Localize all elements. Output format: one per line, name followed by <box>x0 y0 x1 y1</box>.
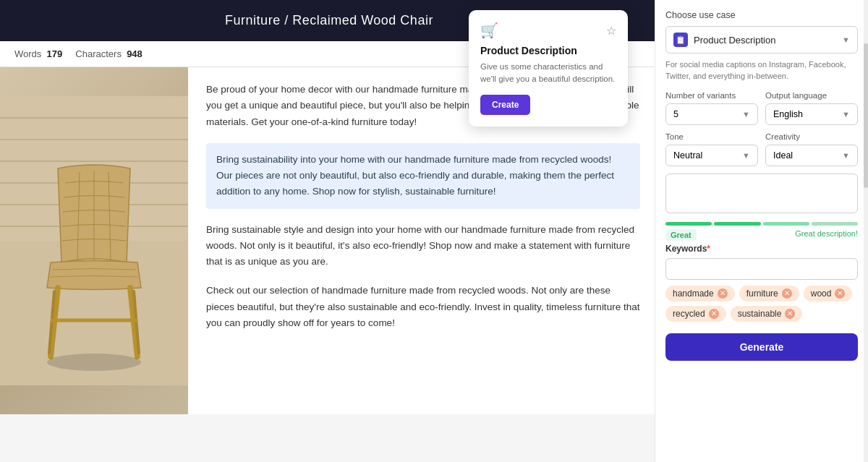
words-value: 179 <box>47 48 63 59</box>
use-case-select[interactable]: 📋 Product Description ▼ <box>665 26 858 54</box>
tone-select[interactable]: Neutral ▼ <box>665 145 758 166</box>
language-value: English <box>773 109 803 119</box>
variants-value: 5 <box>673 109 678 119</box>
tooltip-popup: 🛒 ☆ Product Description Give us some cha… <box>469 10 628 127</box>
tag-handmade-remove[interactable]: ✕ <box>718 288 728 299</box>
score-labels: Great Great description! <box>665 229 858 241</box>
tag-wood-remove[interactable]: ✕ <box>835 288 845 299</box>
language-chevron-icon: ▼ <box>842 110 850 119</box>
tag-wood-label: wood <box>811 288 832 299</box>
tag-handmade: handmade ✕ <box>665 286 735 301</box>
scrollbar-track <box>864 0 868 462</box>
creativity-label: Creativity <box>765 132 858 141</box>
generate-button[interactable]: Generate <box>665 333 858 361</box>
product-title: Furniture / Reclaimed Wood Chair <box>225 13 433 27</box>
tooltip-header: 🛒 ☆ <box>480 22 616 39</box>
score-segment-1 <box>665 222 712 226</box>
variants-chevron-icon: ▼ <box>742 110 750 119</box>
score-great-label: Great <box>665 229 697 241</box>
score-segment-2 <box>714 222 760 226</box>
tag-furniture-label: furniture <box>746 288 778 299</box>
score-bar <box>665 222 858 226</box>
tag-wood: wood ✕ <box>804 286 853 301</box>
variants-label: Number of variants <box>665 91 758 100</box>
creativity-select[interactable]: Ideal ▼ <box>765 145 858 166</box>
tag-furniture-remove[interactable]: ✕ <box>782 288 792 299</box>
use-case-section-title: Choose use case <box>665 10 858 20</box>
keywords-label: Keywords* <box>665 244 858 254</box>
tag-sustainable-label: sustainable <box>738 309 782 319</box>
keywords-required-marker: * <box>707 244 710 254</box>
star-icon: ☆ <box>606 24 616 38</box>
chevron-down-icon: ▼ <box>842 35 850 44</box>
score-segment-3 <box>763 222 809 226</box>
paragraph-3: Bring sustainable style and design into … <box>206 222 640 270</box>
tone-chevron-icon: ▼ <box>742 151 750 160</box>
chars-label: Characters <box>75 48 122 59</box>
tooltip-icons: 🛒 <box>480 22 498 39</box>
tag-sustainable-remove[interactable]: ✕ <box>785 309 795 319</box>
creativity-value: Ideal <box>773 150 793 161</box>
variants-field: Number of variants 5 ▼ <box>665 91 758 125</box>
svg-point-17 <box>47 354 141 371</box>
product-image <box>0 67 188 414</box>
language-select[interactable]: English ▼ <box>765 103 858 125</box>
tone-creativity-row: Tone Neutral ▼ Creativity Ideal ▼ <box>665 132 858 166</box>
paragraph-4: Check out our selection of handmade furn… <box>206 283 640 331</box>
tag-recycled: recycled ✕ <box>665 306 726 322</box>
words-label: Words <box>14 48 41 59</box>
tag-furniture: furniture ✕ <box>739 286 799 301</box>
creativity-field: Creativity Ideal ▼ <box>765 132 858 166</box>
tag-recycled-remove[interactable]: ✕ <box>709 309 719 319</box>
tags-container: handmade ✕ furniture ✕ wood ✕ recycled ✕… <box>665 286 858 322</box>
description-textarea[interactable] <box>665 174 858 213</box>
use-case-value: Product Description <box>694 35 775 46</box>
use-case-select-inner: 📋 Product Description <box>673 33 775 47</box>
language-label: Output language <box>765 91 858 100</box>
chars-value: 948 <box>127 48 142 59</box>
tooltip-description: Give us some characteristics and we'll g… <box>480 61 616 86</box>
score-bar-container: Great Great description! <box>665 222 858 241</box>
score-great-desc: Great description! <box>795 229 858 241</box>
variants-select[interactable]: 5 ▼ <box>665 103 758 125</box>
language-field: Output language English ▼ <box>765 91 858 125</box>
tone-label: Tone <box>665 132 758 141</box>
creativity-chevron-icon: ▼ <box>842 151 850 160</box>
scrollbar-thumb[interactable] <box>864 43 868 188</box>
tooltip-title: Product Description <box>480 45 616 56</box>
cart-icon: 🛒 <box>480 22 498 39</box>
tag-recycled-label: recycled <box>673 309 705 319</box>
right-sidebar: Choose use case 📋 Product Description ▼ … <box>655 0 868 462</box>
keywords-input[interactable] <box>665 258 858 280</box>
tag-sustainable: sustainable ✕ <box>731 306 803 322</box>
use-case-hint: For social media captions on Instagram, … <box>665 59 858 82</box>
variants-language-row: Number of variants 5 ▼ Output language E… <box>665 91 858 125</box>
tag-handmade-label: handmade <box>673 288 714 299</box>
tone-field: Tone Neutral ▼ <box>665 132 758 166</box>
use-case-icon: 📋 <box>673 33 688 47</box>
tooltip-create-button[interactable]: Create <box>480 95 530 115</box>
score-segment-4 <box>812 222 858 226</box>
paragraph-2-highlighted: Bring sustainability into your home with… <box>206 143 640 209</box>
tone-value: Neutral <box>673 150 702 161</box>
